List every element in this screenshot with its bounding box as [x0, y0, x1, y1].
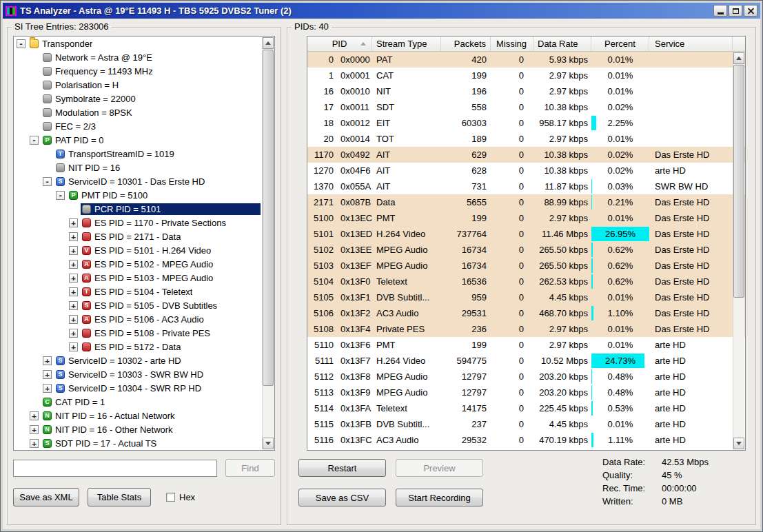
scrollbar-thumb[interactable]	[733, 65, 744, 298]
expand-icon[interactable]: +	[30, 439, 39, 448]
table-row[interactable]: 51160x13FCAC3 Audio295320470.19 kbps1.11…	[307, 432, 745, 448]
expand-icon[interactable]: +	[69, 274, 78, 283]
scroll-down-button[interactable]	[263, 438, 274, 449]
table-row[interactable]: 10x0001CAT19902.97 kbps0.01%	[307, 68, 745, 83]
close-button[interactable]	[744, 5, 757, 17]
save-as-csv-button[interactable]: Save as CSV	[298, 489, 386, 507]
start-recording-button[interactable]: Start Recording	[396, 489, 483, 507]
expand-icon[interactable]: +	[43, 370, 52, 379]
table-row[interactable]: 51020x13EEMPEG Audio167340265.50 kbps0.6…	[307, 242, 745, 258]
tree-item[interactable]: -PPMT PID = 5100	[14, 188, 274, 202]
expand-icon[interactable]: +	[69, 232, 78, 241]
column-header-packets[interactable]: Packets	[441, 37, 491, 51]
table-row[interactable]: 51060x13F2AC3 Audio295310468.70 kbps1.10…	[307, 305, 745, 321]
table-row[interactable]: 51130x13F9MPEG Audio127970203.20 kbps0.4…	[307, 385, 745, 400]
expand-icon[interactable]: +	[69, 315, 78, 324]
table-row[interactable]: 200x0014TOT18902.97 kbps0.01%	[307, 131, 745, 147]
column-header-percent[interactable]: Percent	[591, 37, 649, 51]
expand-icon[interactable]: +	[43, 384, 52, 393]
minimize-button[interactable]	[713, 5, 727, 17]
preview-button[interactable]: Preview	[396, 459, 483, 477]
tree-item[interactable]: +AES PID = 5102 - MPEG Audio	[14, 257, 274, 271]
table-row[interactable]: 51050x13F1DVB Subtitl...95904.45 kbps0.0…	[307, 289, 745, 305]
table-row[interactable]: 13700x055AAIT731011.87 kbps0.03%SWR BW H…	[307, 178, 745, 194]
restart-button[interactable]: Restart	[298, 459, 386, 477]
collapse-icon[interactable]: -	[17, 39, 26, 48]
tree-item[interactable]: +NNIT PID = 16 - Other Network	[14, 422, 274, 436]
tree-item[interactable]: +ES PID = 5108 - Private PES	[14, 326, 274, 340]
tree-item[interactable]: +AES PID = 5106 - AC3 Audio	[14, 312, 274, 326]
tree-item[interactable]: Symbolrate = 22000	[14, 92, 274, 105]
tree-item[interactable]: +ES PID = 2171 - Data	[14, 229, 274, 243]
table-row[interactable]: 51100x13F6PMT19902.97 kbps0.01%arte HD	[307, 337, 745, 353]
tree-scrollbar[interactable]	[262, 37, 274, 449]
expand-icon[interactable]: +	[30, 425, 39, 434]
collapse-icon[interactable]: -	[30, 136, 39, 145]
table-row[interactable]: 51110x13F7H.264 Video594775010.52 Mbps24…	[307, 353, 745, 369]
title-bar[interactable]: TS Analyzer - Astra @ 19°E 11493 H - TBS…	[3, 3, 760, 19]
tree-item[interactable]: FEC = 2/3	[14, 119, 274, 133]
column-header-missing[interactable]: Missing	[491, 37, 533, 51]
hex-checkbox[interactable]	[166, 493, 175, 502]
expand-icon[interactable]: +	[69, 329, 78, 338]
table-row[interactable]: 51010x13EDH.264 Video737764011.46 Mbps26…	[307, 226, 745, 242]
collapse-icon[interactable]: -	[43, 177, 52, 186]
tree-item[interactable]: CCAT PID = 1	[14, 395, 274, 409]
tree-item[interactable]: +ES PID = 5172 - Data	[14, 340, 274, 354]
table-stats-button[interactable]: Table Stats	[88, 488, 151, 507]
table-row[interactable]: 51080x13F4Private PES23602.97 kbps0.01%D…	[307, 321, 745, 337]
expand-icon[interactable]: +	[43, 356, 52, 365]
expand-icon[interactable]: +	[69, 342, 78, 351]
column-header-data-rate[interactable]: Data Rate	[533, 37, 591, 51]
tree-item[interactable]: Network = Astra @ 19°E	[14, 50, 274, 64]
find-button[interactable]: Find	[225, 459, 275, 477]
column-header-pid[interactable]: PID	[307, 37, 372, 51]
tree-item[interactable]: Polarisation = H	[14, 78, 274, 92]
tree-item[interactable]: NIT PID = 16	[14, 161, 274, 174]
tree-item[interactable]: +TES PID = 5104 - Teletext	[14, 285, 274, 298]
tree-item[interactable]: +SServiceID = 10303 - SWR BW HD	[14, 367, 274, 381]
save-as-xml-button[interactable]: Save as XML	[13, 488, 79, 507]
table-row[interactable]: 180x0012EIT603030958.17 kbps2.25%	[307, 115, 745, 131]
table-row[interactable]: 21710x087BData5655088.99 kbps0.21%Das Er…	[307, 194, 745, 210]
table-row[interactable]: 51040x13F0Teletext165360262.53 kbps0.62%…	[307, 274, 745, 289]
scrollbar-thumb[interactable]	[263, 50, 274, 386]
search-input[interactable]	[13, 460, 217, 477]
tree-item[interactable]: TTransportStreamID = 1019	[14, 147, 274, 161]
tree-item[interactable]: +VES PID = 5101 - H.264 Video	[14, 243, 274, 257]
table-row[interactable]: 51000x13ECPMT19902.97 kbps0.01%Das Erste…	[307, 210, 745, 226]
expand-icon[interactable]: +	[69, 218, 78, 227]
tree-item[interactable]: +SSDT PID = 17 - Actual TS	[14, 436, 274, 450]
table-row[interactable]: 51150x13FBDVB Subtitl...23704.45 kbps0.0…	[307, 416, 745, 432]
maximize-button[interactable]	[729, 5, 742, 17]
expand-icon[interactable]: +	[30, 411, 39, 420]
tree-item[interactable]: +ES PID = 1170 - Private Sections	[14, 216, 274, 229]
collapse-icon[interactable]: -	[56, 191, 65, 200]
tree-item[interactable]: PCR PID = 5101	[14, 202, 274, 216]
table-scrollbar[interactable]	[733, 52, 744, 449]
tree-item[interactable]: -SServiceID = 10301 - Das Erste HD	[14, 174, 274, 188]
scroll-up-button[interactable]	[733, 52, 744, 64]
table-row[interactable]: 51120x13F8MPEG Audio127970203.20 kbps0.4…	[307, 369, 745, 385]
table-row[interactable]: 11700x0492AIT629010.38 kbps0.02%Das Erst…	[307, 147, 745, 163]
tree-item[interactable]: +AES PID = 5103 - MPEG Audio	[14, 271, 274, 285]
table-row[interactable]: 00x0000PAT42005.93 kbps0.01%	[307, 52, 745, 68]
table-row[interactable]: 160x0010NIT19602.97 kbps0.01%	[307, 83, 745, 99]
table-row[interactable]: 12700x04F6AIT628010.38 kbps0.02%arte HD	[307, 163, 745, 178]
expand-icon[interactable]: +	[69, 287, 78, 296]
expand-icon[interactable]: +	[69, 301, 78, 310]
tree-item[interactable]: -Transponder	[14, 37, 274, 50]
tree-item[interactable]: +NNIT PID = 16 - Actual Network	[14, 409, 274, 422]
column-header-service[interactable]: Service	[649, 37, 733, 51]
table-row[interactable]: 51030x13EFMPEG Audio167340265.50 kbps0.6…	[307, 258, 745, 274]
column-header-stream-type[interactable]: Stream Type	[372, 37, 441, 51]
expand-icon[interactable]: +	[69, 260, 78, 269]
expand-icon[interactable]: +	[69, 246, 78, 255]
tree-item[interactable]: Frequency = 11493 MHz	[14, 64, 274, 78]
table-row[interactable]: 170x0011SDT558010.38 kbps0.02%	[307, 99, 745, 115]
scroll-down-button[interactable]	[733, 438, 744, 449]
tree-item[interactable]: +SServiceID = 10304 - SWR RP HD	[14, 381, 274, 395]
tree-item[interactable]: +SES PID = 5105 - DVB Subtitles	[14, 298, 274, 312]
tree-item[interactable]: +SServiceID = 10302 - arte HD	[14, 354, 274, 367]
table-row[interactable]: 51140x13FATeletext141750225.45 kbps0.53%…	[307, 400, 745, 416]
